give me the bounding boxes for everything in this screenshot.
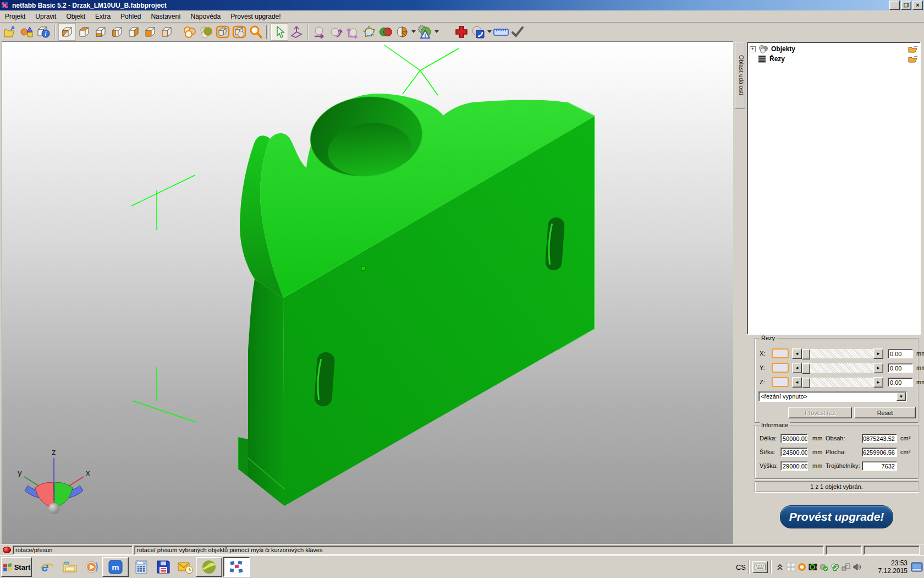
netfabb-taskbar-button[interactable] (223, 557, 250, 577)
new-part-button[interactable] (19, 24, 35, 40)
close-button[interactable]: × (912, 1, 923, 10)
execute-cut-button[interactable]: Provést řez (788, 407, 852, 418)
maximize-button[interactable]: ❐ (901, 1, 911, 10)
view-iso-button[interactable] (58, 23, 76, 41)
cut-part-dropdown[interactable] (410, 24, 417, 40)
save-floppy-icon[interactable] (154, 558, 173, 576)
triangles-value[interactable]: 7632 (862, 461, 897, 471)
cut-y-toggle[interactable] (772, 363, 789, 373)
menu-upravit[interactable]: Upravit (30, 11, 61, 22)
area-value[interactable]: 6259906.56 (862, 448, 897, 457)
validate-button[interactable] (509, 24, 526, 40)
events-area-tab[interactable]: Oblast událostí (735, 42, 745, 109)
dropdown-arrow-icon[interactable]: ▼ (897, 392, 906, 401)
tray-expand-icon[interactable] (774, 561, 785, 572)
cut-x-toggle[interactable] (772, 348, 789, 358)
height-value[interactable]: 29000.00 (780, 461, 808, 471)
start-button[interactable]: Start (1, 557, 32, 577)
open-project-button[interactable] (2, 24, 19, 40)
calculator-icon[interactable]: 0 (132, 558, 151, 576)
view-back-button[interactable] (158, 24, 175, 40)
analysis-dropdown[interactable] (433, 24, 440, 40)
nvidia-tray-icon[interactable]: ! (807, 561, 818, 572)
file-explorer-icon[interactable] (61, 558, 79, 576)
view-top-button[interactable] (76, 24, 92, 40)
edit-triangles-button[interactable] (361, 24, 377, 40)
maxthon-taskbar-button[interactable]: m (102, 557, 129, 577)
show-selected-parts-button[interactable] (198, 24, 215, 40)
cut-y-value[interactable]: 0.00 (888, 363, 913, 373)
tree-item-objekty[interactable]: + Objekty (747, 44, 920, 54)
cut-z-slider[interactable]: ◄ ► (792, 378, 883, 387)
view-left-button[interactable] (109, 24, 125, 40)
menu-extra[interactable]: Extra (90, 11, 116, 22)
move-part-button[interactable] (311, 24, 328, 40)
length-value[interactable]: 50000.00 (780, 434, 808, 443)
volume-value[interactable]: 0875243.52 (862, 434, 897, 443)
slider-left-arrow-icon[interactable]: ◄ (792, 348, 802, 359)
slider-left-arrow-icon[interactable]: ◄ (792, 363, 802, 373)
security-tray-icon[interactable] (829, 561, 840, 572)
sphere-app-taskbar-button[interactable] (196, 557, 222, 577)
cut-z-toggle[interactable] (772, 377, 789, 387)
avira-tray-icon[interactable] (796, 561, 807, 572)
slider-thumb[interactable] (802, 363, 810, 374)
show-platform-button[interactable] (215, 24, 231, 40)
scale-part-button[interactable] (344, 24, 361, 40)
cut-x-slider[interactable]: ◄ ► (792, 349, 883, 358)
shells-dropdown[interactable] (486, 24, 493, 40)
upgrade-button[interactable]: Provést upgrade! (780, 505, 893, 528)
cut-y-slider[interactable]: ◄ ► (792, 363, 883, 373)
boolean-operation-button[interactable] (377, 24, 394, 40)
slider-thumb[interactable] (802, 349, 810, 359)
usb-tray-icon[interactable] (818, 561, 829, 572)
view-bottom-button[interactable] (92, 24, 109, 40)
show-parts-button[interactable] (182, 24, 198, 40)
language-indicator[interactable]: CS (736, 563, 746, 571)
cut-part-button[interactable] (394, 24, 410, 40)
slider-right-arrow-icon[interactable]: ► (873, 377, 883, 388)
windows-tray-icon[interactable] (785, 561, 796, 572)
zoom-button[interactable] (248, 24, 264, 40)
media-player-icon[interactable] (82, 558, 101, 576)
slider-right-arrow-icon[interactable]: ► (873, 363, 883, 373)
expand-icon[interactable]: + (750, 46, 756, 52)
repair-part-button[interactable] (453, 24, 470, 40)
menu-projekt[interactable]: Projekt (0, 11, 30, 22)
view-right-button[interactable] (125, 24, 142, 40)
folder-open-icon[interactable] (908, 55, 918, 63)
slider-left-arrow-icon[interactable]: ◄ (792, 377, 802, 388)
folder-open-icon[interactable] (908, 45, 918, 53)
viewport-3d[interactable]: z y x (2, 41, 733, 544)
tray-clock[interactable]: 23:53 7.12.2015 (866, 559, 908, 575)
shells-button[interactable] (470, 24, 486, 40)
menu-napoveda[interactable]: Nápověda (185, 11, 226, 22)
view-front-button[interactable] (142, 24, 158, 40)
part-info-button[interactable]: i (35, 24, 52, 40)
menu-pohled[interactable]: Pohled (116, 11, 146, 22)
slider-thumb[interactable] (802, 378, 810, 388)
cut-x-value[interactable]: 0.00 (888, 349, 913, 358)
network-tray-icon[interactable] (840, 561, 851, 572)
rotate-part-button[interactable] (328, 24, 344, 40)
title-bar[interactable]: netfabb Basic 5.2 - Drzak_LM10UU_B.fabbp… (0, 0, 924, 10)
cut-z-value[interactable]: 0.00 (888, 378, 913, 387)
keyboard-icon[interactable] (752, 561, 768, 573)
slider-right-arrow-icon[interactable]: ► (873, 348, 883, 359)
select-cursor-button[interactable] (271, 23, 288, 41)
show-parts-platform-button[interactable] (231, 24, 248, 40)
outlook-icon[interactable] (176, 558, 195, 576)
analysis-button[interactable]: ! (417, 24, 433, 40)
internet-explorer-icon[interactable]: e (37, 558, 56, 576)
cut-mode-dropdown[interactable]: <řezání vypnuto> ▼ (758, 391, 907, 402)
width-value[interactable]: 24500.00 (780, 448, 808, 457)
show-desktop-icon[interactable] (910, 557, 924, 577)
minimize-button[interactable]: _ (889, 1, 900, 10)
volume-icon[interactable] (851, 561, 862, 572)
rotate-view-button[interactable] (288, 24, 305, 40)
menu-objekt[interactable]: Objekt (61, 11, 90, 22)
measure-button[interactable] (493, 24, 509, 40)
menu-nastaveni[interactable]: Nastavení (146, 11, 185, 22)
reset-cut-button[interactable]: Reset (854, 407, 916, 418)
tree-item-rezy[interactable]: Řezy (747, 54, 920, 64)
